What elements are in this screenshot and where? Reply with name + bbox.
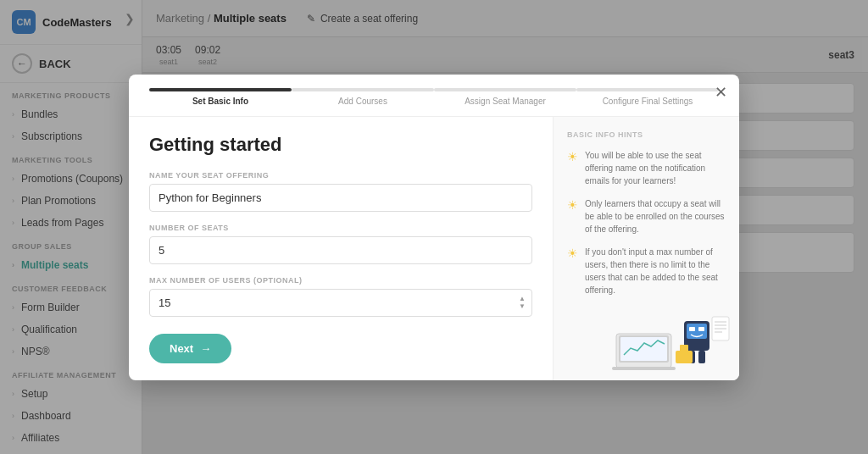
hints-illustration bbox=[612, 304, 731, 372]
wizard-step-2[interactable]: Add Courses bbox=[292, 88, 434, 106]
modal-overlay: ✕ Set Basic Info Add Courses Assign Seat… bbox=[0, 0, 868, 454]
spin-down-icon[interactable]: ▼ bbox=[519, 303, 526, 310]
next-arrow-icon: → bbox=[200, 342, 211, 355]
svg-rect-2 bbox=[620, 337, 667, 361]
max-users-spin: ▲ ▼ bbox=[149, 289, 532, 317]
svg-rect-6 bbox=[689, 327, 695, 331]
hint-icon-2: ☀ bbox=[567, 198, 578, 212]
modal-close-button[interactable]: ✕ bbox=[715, 85, 727, 100]
modal-form: Getting started NAME YOUR SEAT OFFERING … bbox=[129, 117, 553, 380]
wizard-step-label: Add Courses bbox=[338, 97, 387, 106]
wizard-step-4[interactable]: Configure Final Settings bbox=[576, 88, 719, 106]
hint-icon-3: ☀ bbox=[567, 246, 578, 260]
wizard-step-3[interactable]: Assign Seat Manager bbox=[434, 88, 576, 106]
wizard-step-label: Set Basic Info bbox=[192, 97, 248, 106]
max-users-field: MAX NUMBER OF USERS (OPTIONAL) ▲ ▼ bbox=[149, 276, 532, 317]
svg-rect-3 bbox=[612, 367, 676, 370]
wizard-step-bar bbox=[292, 88, 434, 91]
wizard-step-1[interactable]: Set Basic Info bbox=[149, 88, 292, 106]
spin-arrows: ▲ ▼ bbox=[519, 296, 526, 310]
seat-name-input[interactable] bbox=[149, 184, 532, 212]
seat-name-field: NAME YOUR SEAT OFFERING bbox=[149, 171, 532, 212]
next-button[interactable]: Next → bbox=[149, 334, 231, 363]
svg-rect-16 bbox=[680, 345, 688, 353]
spin-up-icon[interactable]: ▲ bbox=[519, 296, 526, 302]
wizard-steps: Set Basic Info Add Courses Assign Seat M… bbox=[129, 75, 739, 117]
hint-text-2: Only learners that occupy a seat will be… bbox=[585, 197, 726, 235]
wizard-step-bar bbox=[576, 88, 719, 91]
wizard-step-label: Assign Seat Manager bbox=[465, 97, 546, 106]
max-users-label: MAX NUMBER OF USERS (OPTIONAL) bbox=[149, 276, 532, 285]
hints-title: BASIC INFO HINTS bbox=[567, 130, 726, 139]
seats-count-field: NUMBER OF SEATS bbox=[149, 224, 532, 264]
hint-text-1: You will be able to use the seat offerin… bbox=[585, 149, 726, 187]
modal-hints: BASIC INFO HINTS ☀ You will be able to u… bbox=[553, 117, 739, 380]
svg-rect-9 bbox=[698, 351, 705, 363]
max-users-input[interactable] bbox=[149, 289, 532, 317]
seats-count-input[interactable] bbox=[149, 236, 532, 264]
seats-count-label: NUMBER OF SEATS bbox=[149, 224, 532, 232]
modal: ✕ Set Basic Info Add Courses Assign Seat… bbox=[129, 75, 739, 380]
svg-rect-7 bbox=[698, 327, 704, 331]
wizard-step-bar bbox=[434, 88, 576, 91]
seat-name-label: NAME YOUR SEAT OFFERING bbox=[149, 171, 532, 180]
hint-item-2: ☀ Only learners that occupy a seat will … bbox=[567, 197, 726, 235]
modal-body: Getting started NAME YOUR SEAT OFFERING … bbox=[129, 117, 739, 380]
next-button-label: Next bbox=[170, 342, 193, 355]
modal-title: Getting started bbox=[149, 134, 532, 156]
wizard-step-bar bbox=[149, 88, 292, 91]
hint-item-1: ☀ You will be able to use the seat offer… bbox=[567, 149, 726, 187]
wizard-step-label: Configure Final Settings bbox=[603, 97, 693, 106]
hint-text-3: If you don't input a max number of users… bbox=[585, 246, 726, 296]
hint-icon-1: ☀ bbox=[567, 150, 578, 163]
hint-item-3: ☀ If you don't input a max number of use… bbox=[567, 246, 726, 296]
